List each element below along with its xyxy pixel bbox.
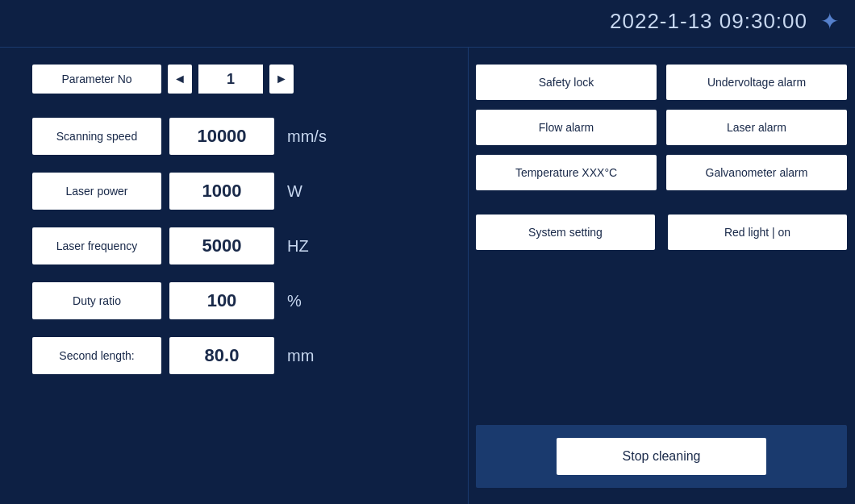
alarm-button-4[interactable]: Temperature XXX°C (476, 155, 657, 190)
field-row-4: Second length: 80.0 mm (32, 337, 452, 374)
alarm-button-2[interactable]: Flow alarm (476, 110, 657, 145)
field-row-2: Laser frequency 5000 HZ (32, 227, 452, 264)
field-label-0: Scanning speed (32, 118, 161, 155)
field-unit-4: mm (287, 347, 314, 365)
parameter-next-button[interactable]: ► (269, 65, 294, 94)
field-value-1[interactable]: 1000 (169, 173, 274, 210)
field-unit-0: mm/s (287, 127, 327, 146)
parameter-no-label: Parameter No (32, 65, 161, 94)
vertical-divider (468, 47, 469, 504)
field-row-0: Scanning speed 10000 mm/s (32, 118, 452, 155)
field-unit-3: % (287, 292, 302, 310)
stop-container: Stop cleaning (476, 425, 847, 488)
field-rows: Scanning speed 10000 mm/s Laser power 10… (32, 118, 452, 374)
stop-cleaning-button[interactable]: Stop cleaning (557, 438, 766, 475)
alarm-button-1[interactable]: Undervoltage alarm (666, 65, 847, 100)
field-label-1: Laser power (32, 173, 161, 210)
field-value-4[interactable]: 80.0 (169, 337, 274, 374)
stop-area: Stop cleaning (476, 425, 847, 488)
parameter-no-row: Parameter No ◄ 1 ► (32, 65, 452, 94)
field-value-3[interactable]: 100 (169, 282, 274, 319)
horizontal-divider (0, 47, 855, 48)
field-label-4: Second length: (32, 337, 161, 374)
field-label-2: Laser frequency (32, 227, 161, 264)
alarm-button-3[interactable]: Laser alarm (666, 110, 847, 145)
left-panel: Parameter No ◄ 1 ► Scanning speed 10000 … (32, 48, 452, 504)
system-button-0[interactable]: System setting (476, 215, 655, 250)
field-unit-1: W (287, 182, 302, 201)
system-row: System settingRed light | on (476, 215, 847, 250)
field-unit-2: HZ (287, 237, 309, 256)
datetime-display: 2022-1-13 09:30:00 (610, 9, 807, 34)
field-row-1: Laser power 1000 W (32, 173, 452, 210)
alarm-button-0[interactable]: Safety lock (476, 65, 657, 100)
field-label-3: Duty ratio (32, 282, 161, 319)
field-row-3: Duty ratio 100 % (32, 282, 452, 319)
field-value-0[interactable]: 10000 (169, 118, 274, 155)
parameter-prev-button[interactable]: ◄ (168, 65, 192, 94)
alarm-button-5[interactable]: Galvanometer alarm (666, 155, 847, 190)
parameter-no-value: 1 (198, 65, 263, 94)
header: 2022-1-13 09:30:00 ✦ (0, 0, 855, 43)
system-button-1[interactable]: Red light | on (668, 215, 847, 250)
alarm-grid: Safety lockUndervoltage alarmFlow alarmL… (476, 65, 847, 190)
field-value-2[interactable]: 5000 (169, 227, 274, 264)
bluetooth-icon: ✦ (820, 8, 839, 35)
